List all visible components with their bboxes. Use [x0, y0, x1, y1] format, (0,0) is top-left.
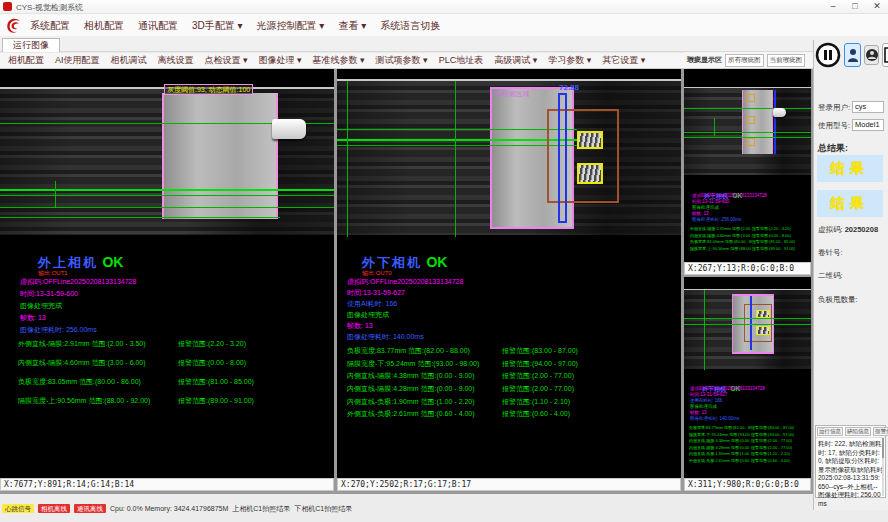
- roi-orange-rect: [747, 116, 755, 124]
- measurement-alarm-range: 报警范围:(2.00 - 77.00): [502, 371, 574, 384]
- measurement-alarm-range: 报警范围:(81.00 - 85.00): [178, 377, 254, 396]
- virtual-code-value: 20250208: [845, 225, 878, 234]
- result-badge-lower: 结果: [817, 190, 883, 217]
- menu-item[interactable]: 光源控制配置 ▾: [257, 19, 325, 33]
- measurement-alarm-range: 报警范围:(0.60 - 4.00): [502, 409, 570, 422]
- toolbar-item[interactable]: 离线设置: [158, 54, 194, 67]
- toolbar-item[interactable]: PLC地址表: [439, 54, 484, 67]
- menu-item[interactable]: 通讯配置: [138, 19, 178, 33]
- app-logo-icon: [4, 16, 24, 36]
- toolbar-item[interactable]: 测试项参数 ▾: [376, 54, 428, 67]
- elapsed-line: 图像处理耗时: 140.00ms: [347, 332, 424, 342]
- measurement-value: 隔膜宽度-上:90.56mm 范围:(88.00 - 92.00): [18, 396, 178, 415]
- defect-yellow-rect: [577, 163, 603, 184]
- measurement-row: 内侧直线-负极:1.90mm 范围:(1.00 - 2.20) 报警范围:(1.…: [347, 397, 578, 410]
- defect-yellow-rect: [756, 326, 770, 335]
- frames-line: 帧数: 13: [20, 313, 46, 323]
- menu-item[interactable]: 系统配置: [30, 19, 70, 33]
- baseline-line: [684, 132, 811, 133]
- baseline-line: [0, 195, 334, 196]
- defect-tab-current[interactable]: 当前瑕疵图: [767, 54, 806, 67]
- exit-button[interactable]: [882, 43, 888, 67]
- menu-item[interactable]: 相机配置: [84, 19, 124, 33]
- lower-camera-image: AI检测区域 72.88: [337, 79, 681, 235]
- comm-status-chip: 通讯离线: [74, 504, 106, 513]
- status-line: 图像处理完成: [347, 310, 389, 320]
- toolbar-item[interactable]: 基准线参数 ▾: [313, 54, 365, 67]
- upper-camera-viewport[interactable]: 灰度阈值:93, 动态阈值:100 外上相机 OK 输出:OUT1 虚拟码:OF…: [0, 69, 334, 478]
- reel-number-label: 卷针号:: [818, 248, 843, 258]
- baseline-line: [337, 139, 577, 141]
- camera-title: 外下相机: [362, 255, 422, 270]
- measurement-value: 内侧直线-隔膜:4.38mm 范围:(0.00 - 9.00): [347, 371, 502, 384]
- baseline-line: [337, 145, 577, 146]
- status-line: 图像处理完成: [20, 301, 62, 311]
- time-line: 时间:13-31-59-627: [347, 288, 405, 298]
- roi-blue-rect: [558, 93, 567, 223]
- minimize-button[interactable]: –: [826, 1, 840, 11]
- info-tabs: 运行信息 缺陷信息 报警信息: [816, 426, 885, 438]
- toolbar-item[interactable]: 高级调试 ▾: [494, 54, 537, 67]
- login-user-value[interactable]: cys: [852, 101, 884, 113]
- roi-orange-rect: [747, 94, 755, 102]
- toolbar-item[interactable]: 图像处理 ▾: [259, 54, 302, 67]
- maximize-button[interactable]: □: [848, 1, 862, 11]
- measurement-row: 内侧直线-隔膜:4.28mm 范围:(0.00 - 9.00) 报警范围:(2.…: [347, 384, 578, 397]
- user-icon: [847, 47, 859, 63]
- upper-camera-preview[interactable]: 外上相机 OK 虚拟码:OFFLine20250208133134728 时间:…: [684, 69, 811, 262]
- defect-display-header: 瑕疵显示区 所有瑕疵图 当前瑕疵图: [684, 52, 813, 69]
- baseline-line: [0, 217, 280, 218]
- menu-item[interactable]: 查看 ▾: [338, 19, 366, 33]
- baseline-vline: [55, 181, 56, 207]
- ai-time-line: 使用AI耗时: 166: [347, 299, 397, 309]
- tab-run-image[interactable]: 运行图像: [2, 38, 60, 52]
- frames-line: 帧数: 13: [347, 321, 373, 331]
- tab-connector: [272, 119, 306, 139]
- window-controls: – □ ✕: [826, 1, 884, 11]
- measurement-row: 内侧直线-隔膜:4.60mm 范围:(3.00 - 6.00) 报警范围:(0.…: [18, 358, 254, 377]
- defect-display-label: 瑕疵显示区: [687, 55, 722, 65]
- measurement-value: 隔膜宽度-下:95.24mm 范围:(93.00 - 98.00): [347, 359, 502, 372]
- preview-image: [684, 87, 811, 175]
- toolbar-item[interactable]: 点检设置 ▾: [205, 54, 248, 67]
- pause-button[interactable]: [815, 42, 841, 68]
- measurement-value: 负极宽度:83.05mm 范围:(80.00 - 86.00): [18, 377, 178, 396]
- user-manage-button[interactable]: [864, 45, 879, 65]
- baseline-vline: [704, 290, 705, 370]
- toolbar-item[interactable]: 相机配置: [8, 54, 44, 67]
- upper-capture-result: 上相机C1拍照结果: [232, 504, 290, 514]
- measurement-alarm-range: 报警范围:(89.00 - 91.00): [178, 396, 254, 415]
- lower-camera-viewport[interactable]: AI检测区域 72.88 外下相机 OK 输出:OUT0 虚拟码:OFFLine…: [337, 69, 681, 478]
- measurement-value: 外侧直线-负极:2.61mm 范围:(0.60 - 4.00): [689, 458, 751, 465]
- user-gear-icon: [866, 48, 878, 62]
- info-scrollbar-thumb[interactable]: [882, 438, 884, 458]
- elapsed-line: 图像处理耗时: 256.00ms: [20, 325, 97, 335]
- measurement-value: 外侧直线-隔膜:2.91mm 范围:(2.00 - 3.50): [18, 339, 178, 358]
- model-label: 使用型号:: [818, 121, 850, 131]
- toolbar-item[interactable]: AI使用配置: [55, 54, 100, 67]
- baseline-vline: [455, 81, 456, 237]
- toolbar-item[interactable]: 学习参数 ▾: [548, 54, 591, 67]
- upper-camera-coords: X:7677;Y:891;R:14;G:14;B:14: [0, 478, 334, 491]
- measurement-row: 外侧直线-负极:2.61mm 范围:(0.60 - 4.00) 报警范围:(0.…: [689, 458, 794, 465]
- pause-icon: [815, 42, 841, 68]
- login-user-button[interactable]: [844, 43, 861, 67]
- anode-count-label: 负极甩数量:: [818, 295, 858, 305]
- measurement-list: 外侧直线-隔膜:2.91mm 范围:(2.00 - 3.50) 报警范围:(2.…: [690, 226, 795, 252]
- baseline-line: [0, 207, 334, 208]
- info-tab[interactable]: 报警信息: [873, 427, 888, 436]
- info-tab[interactable]: 缺陷信息: [845, 427, 871, 436]
- close-button[interactable]: ✕: [870, 1, 884, 11]
- menu-item[interactable]: 系统语言切换: [380, 19, 440, 33]
- lower-camera-preview[interactable]: 外下相机 OK 虚拟码:OFFLine20250208133134728 时间:…: [684, 277, 811, 478]
- result-badge-upper: 结果: [817, 155, 883, 182]
- model-value[interactable]: Model1: [852, 119, 884, 131]
- result-ok-label: OK: [102, 254, 123, 270]
- menu-item[interactable]: 3D手配置 ▾: [192, 19, 243, 33]
- toolbar-item[interactable]: 相机调试: [111, 54, 147, 67]
- measurement-value: 内侧直线-隔膜:4.60mm 范围:(3.00 - 6.00): [18, 358, 178, 377]
- defect-tab-all[interactable]: 所有瑕疵图: [725, 54, 764, 67]
- toolbar-item[interactable]: 其它设置 ▾: [602, 54, 645, 67]
- info-tab[interactable]: 运行信息: [817, 427, 843, 436]
- measurement-row: 隔膜宽度-上:90.56mm 范围:(88.00 - 92.00) 报警范围:(…: [18, 396, 254, 415]
